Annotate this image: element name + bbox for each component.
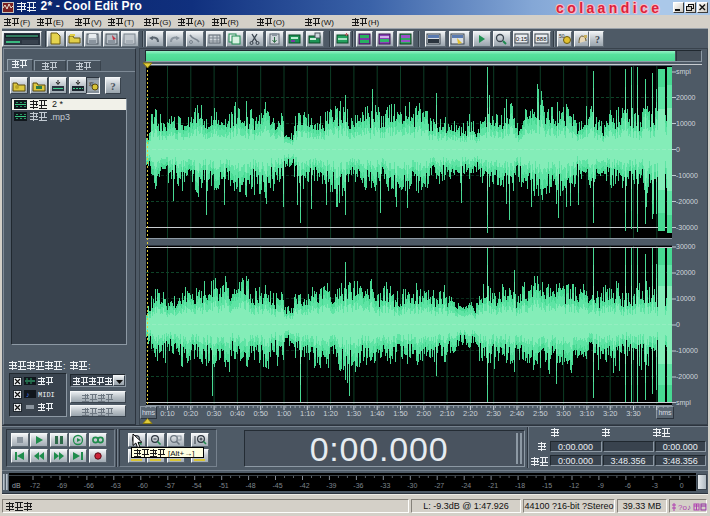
svg-text:♪: ♪ <box>26 391 30 398</box>
svg-text:?: ? <box>110 80 116 92</box>
svg-text:888: 888 <box>536 36 547 42</box>
svg-text:?: ? <box>595 34 600 45</box>
svg-text:♪: ♪ <box>687 503 691 512</box>
svg-text:0:15: 0:15 <box>516 36 528 42</box>
